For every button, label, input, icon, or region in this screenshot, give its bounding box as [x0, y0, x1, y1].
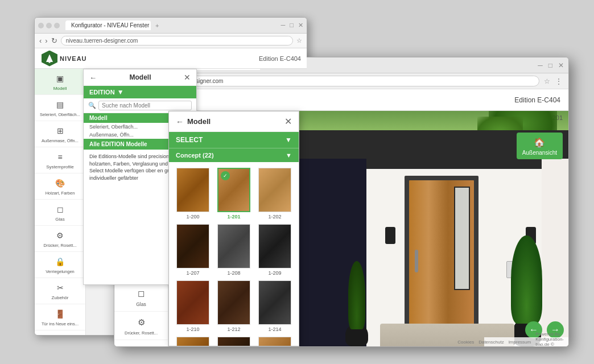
door-item-1216he[interactable]: 1-216HE [257, 337, 293, 346]
door-item-1216fgb[interactable]: 1-216FGB [216, 337, 252, 346]
door-item-1208[interactable]: 1-208 [216, 224, 252, 276]
glas-icon-back: ◻ [54, 203, 67, 216]
tur-icon-back: 🚪 [54, 308, 67, 320]
front-modal-header: ← Modell ✕ [169, 111, 299, 132]
svg-rect-8 [415, 250, 418, 272]
browser-dot-2 [46, 23, 52, 28]
door-item-1200[interactable]: 1-200 [175, 168, 211, 220]
front-verrieg-icon: 🔒 [134, 344, 148, 346]
zubehor-icon-back: ✂ [54, 282, 67, 294]
front-address-input[interactable]: niveau.tuerren-designer.com [145, 76, 539, 86]
back-edition-bar: EDITION ▼ [84, 86, 196, 98]
front-modal-title-area: ← Modell [176, 117, 211, 126]
sidebar-item-zubehor-back[interactable]: ✂ Zubehör [35, 278, 85, 304]
svg-marker-0 [46, 54, 53, 62]
front-modal-close[interactable]: ✕ [284, 116, 292, 127]
door-item-1202[interactable]: 1-202 [257, 168, 293, 220]
door-thumb-1212 [217, 280, 250, 325]
back-address-input[interactable]: niveau.tuerren-designer.com [61, 36, 293, 46]
sidebar-item-tur-back[interactable]: 🚪 Tür ins Neue eins... [35, 304, 85, 330]
modell-icon-back: ▣ [54, 72, 67, 85]
front-concept-bar[interactable]: Concept (22) ▼ [169, 148, 299, 162]
back-edition-label: Edition E-C404 [259, 55, 301, 62]
main-door-container [405, 176, 478, 346]
front-select-bar[interactable]: SELECT ▼ [169, 132, 299, 148]
system-icon-back: ≡ [54, 151, 67, 163]
footer-impressum[interactable]: Impressum [509, 340, 531, 345]
sidebar-item-verrieg-back[interactable]: 🔒 Verriegelungen [35, 252, 85, 278]
front-sidebar-verrieg[interactable]: 🔒 Verriegelungen [114, 340, 168, 346]
door-thumb-1216fgb [217, 337, 250, 346]
door-thumb-1201: ✓ [217, 168, 250, 212]
edition-chevron-back: ▼ [117, 88, 124, 96]
sidebar-item-aussen-back[interactable]: ⊞ Außenmase, Öffn... [35, 121, 85, 147]
sidebar-item-modell-back[interactable]: ▣ Modell [35, 69, 85, 95]
back-modal-back-arrow[interactable]: ← [89, 73, 97, 82]
facade-dark-strip [366, 159, 541, 169]
svg-rect-1 [49, 61, 51, 63]
aussenansicht-button[interactable]: 🏠 Außenansicht [517, 133, 563, 159]
front-drucker-icon: ⚙ [134, 316, 148, 329]
door-item-1209[interactable]: 1-209 [257, 224, 293, 276]
back-browser-tab[interactable]: Konfigurator - NIVEAU Fenster W... [65, 20, 151, 30]
bookmark-icon-back[interactable]: ☆ [296, 37, 302, 44]
back-modal-close[interactable]: ✕ [184, 73, 191, 82]
sidebar-item-drucker-back[interactable]: ⚙ Drücker, Rosett... [35, 226, 85, 252]
laden-icon-back: 💾 [54, 334, 67, 335]
front-glas-icon: ◻ [134, 287, 148, 300]
minimize-icon-back[interactable]: ─ [281, 22, 286, 29]
browser-dot-3 [54, 23, 60, 28]
menu-icon-front[interactable]: ⋮ [555, 77, 563, 86]
bookmark-icon-front[interactable]: ☆ [544, 77, 550, 85]
back-logo-icon [42, 51, 57, 67]
sidebar-item-holz-back[interactable]: 🎨 Holzart, Farben [35, 173, 85, 200]
back-logo-text: NIVEAU [60, 55, 87, 62]
front-door-grid: 1-200 ✓ 1-201 1-202 [169, 162, 299, 346]
sidebar-item-laden-back[interactable]: 💾 Laden/Speichern [35, 330, 85, 335]
door-item-1210[interactable]: 1-210 [175, 280, 211, 332]
door-thumb-1209 [258, 224, 291, 268]
door-item-1212[interactable]: 1-212 [216, 280, 252, 332]
front-modal-back-arrow[interactable]: ← [176, 117, 184, 126]
door-thumb-1208 [217, 224, 250, 268]
door-thumb-1210 [176, 280, 209, 325]
door-item-1201[interactable]: ✓ 1-201 [216, 168, 252, 220]
close-icon-back[interactable]: ✕ [298, 22, 303, 29]
back-modal-title: Modell [130, 73, 151, 81]
sidebar-item-seleriert-back[interactable]: ▤ Seleriert, Oberfläch... [35, 95, 85, 121]
front-sidebar-glas[interactable]: ◻ Glas [114, 283, 168, 312]
door-item-1207[interactable]: 1-207 [175, 224, 211, 276]
door-item-1215[interactable]: 1-215 [175, 337, 211, 346]
back-nav-back[interactable]: ‹ [39, 36, 42, 45]
front-main-view: 🏠 Außenansicht 1-201 [299, 111, 568, 346]
sidebar-item-glas-back[interactable]: ◻ Glas [35, 200, 85, 226]
back-nav-forward[interactable]: › [45, 36, 47, 45]
sidebar-item-system-back[interactable]: ≡ Systemprofile [35, 147, 85, 173]
footer-cookies[interactable]: Cookies [457, 340, 474, 345]
front-app-area: NIVEAU Edition E-C404 🔍 Suche nach Model… [114, 89, 568, 346]
maximize-icon-back[interactable]: □ [290, 22, 294, 29]
door-thumb-1207 [176, 224, 209, 268]
maximize-icon-front[interactable]: □ [548, 61, 552, 69]
tab-add-icon[interactable]: + [155, 22, 159, 29]
back-browser-chrome: Konfigurator - NIVEAU Fenster W... + ─ □… [35, 18, 307, 34]
seleriert-icon-back: ▤ [54, 98, 67, 111]
close-icon-front[interactable]: ✕ [558, 61, 564, 69]
back-address-bar-area: ‹ › ↻ niveau.tuerren-designer.com ☆ [35, 34, 307, 48]
footer-datenschutz[interactable]: Datenschutz [478, 340, 504, 345]
minimize-icon-front[interactable]: ─ [538, 61, 543, 69]
browser-dot-1 [38, 23, 44, 28]
main-door-svg [405, 176, 478, 346]
search-icon-back: 🔍 [88, 102, 96, 109]
front-sidebar-drucker[interactable]: ⚙ Drücker, Rosett... [114, 312, 168, 340]
door-item-1214[interactable]: 1-214 [257, 280, 293, 332]
back-nav-refresh[interactable]: ↻ [51, 36, 57, 45]
back-sidebar: ▣ Modell ▤ Seleriert, Oberfläch... ⊞ Auß… [35, 69, 86, 335]
back-search-input[interactable] [98, 101, 192, 110]
back-modal-header: ← Modell ✕ [84, 69, 196, 86]
back-logo: NIVEAU [42, 51, 87, 67]
svg-rect-6 [455, 187, 469, 289]
door-thumb-1214 [258, 280, 291, 325]
plant-left [340, 255, 374, 346]
front-edition-label: Edition E-C404 [514, 96, 560, 104]
